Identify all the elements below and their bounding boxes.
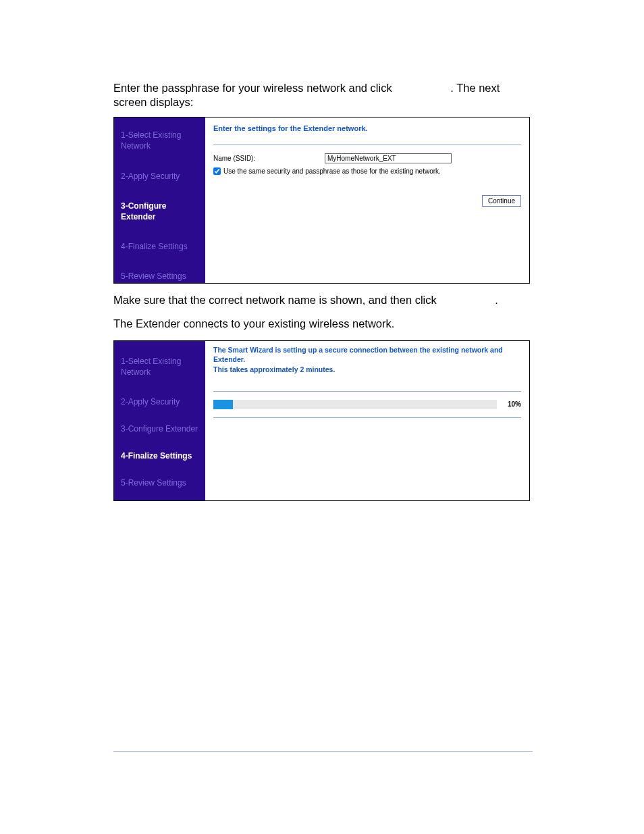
progress-track (213, 400, 497, 409)
ssid-label: Name (SSID): (213, 155, 325, 162)
mid-text-1: Make sure that the correct network name … (113, 294, 437, 306)
intro-text: Enter the passphrase for your wireless n… (113, 82, 392, 94)
sidebar-item-select-existing[interactable]: 1-Select Existing Network (121, 130, 200, 151)
sidebar-item-apply-security[interactable]: 2-Apply Security (121, 171, 200, 182)
sidebar-item-review-settings[interactable]: 5-Review Settings (121, 271, 200, 282)
heading-line1: The Smart Wizard is setting up a secure … (213, 346, 503, 364)
sidebar-item-finalize-settings[interactable]: 4-Finalize Settings (121, 241, 200, 252)
pane-heading: Enter the settings for the Extender netw… (213, 124, 521, 132)
sidebar-item-configure-extender[interactable]: 3-Configure Extender (121, 201, 200, 222)
continue-button[interactable]: Continue (482, 195, 521, 207)
sidebar-item-review-settings[interactable]: 5-Review Settings (121, 477, 200, 488)
ssid-input[interactable] (325, 153, 452, 163)
heading-line2: This takes approximately 2 minutes. (213, 365, 335, 373)
wizard-sidebar: 1-Select Existing Network 2-Apply Securi… (114, 118, 205, 283)
mid-text-1-tail: . (495, 294, 498, 306)
wizard-content: Enter the settings for the Extender netw… (205, 118, 529, 283)
divider-below (213, 417, 521, 418)
wizard-sidebar-2: 1-Select Existing Network 2-Apply Securi… (114, 341, 205, 500)
sidebar-item-finalize-settings[interactable]: 4-Finalize Settings (121, 450, 200, 461)
continue-row: Continue (213, 194, 521, 207)
pane-heading-2: The Smart Wizard is setting up a secure … (213, 345, 521, 375)
divider (213, 391, 521, 392)
intro-paragraph: Enter the passphrase for your wireless n… (113, 81, 533, 109)
sidebar-item-apply-security[interactable]: 2-Apply Security (121, 396, 200, 407)
ssid-row: Name (SSID): (213, 153, 521, 163)
same-security-checkbox[interactable] (213, 167, 221, 175)
same-security-label: Use the same security and passphrase as … (223, 167, 441, 175)
sidebar-item-select-existing[interactable]: 1-Select Existing Network (121, 356, 200, 377)
wizard-content-2: The Smart Wizard is setting up a secure … (205, 341, 529, 500)
mid-paragraph-2: The Extender connects to your existing w… (113, 317, 533, 331)
mid-paragraph-1: Make sure that the correct network name … (113, 293, 533, 307)
wizard-frame-finalize: 1-Select Existing Network 2-Apply Securi… (113, 340, 530, 501)
progress-text: 10% (497, 400, 521, 408)
wizard-frame-configure: 1-Select Existing Network 2-Apply Securi… (113, 117, 530, 284)
sidebar-item-configure-extender[interactable]: 3-Configure Extender (121, 423, 200, 434)
divider (213, 145, 521, 145)
progress-container: 10% (213, 400, 521, 409)
progress-fill (213, 400, 233, 409)
page-footer-rule (113, 751, 533, 752)
same-security-row: Use the same security and passphrase as … (213, 167, 521, 175)
